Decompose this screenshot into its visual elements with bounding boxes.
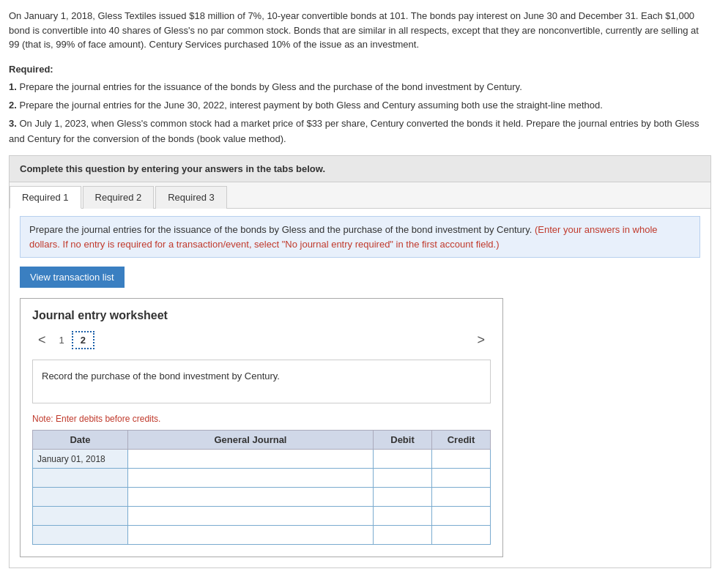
row-4-debit[interactable]	[374, 507, 432, 526]
table-row	[33, 488, 491, 507]
tabs-row: Required 1 Required 2 Required 3	[10, 182, 710, 209]
row-2-debit[interactable]	[374, 469, 432, 488]
table-row: January 01, 2018	[33, 450, 491, 469]
tabs-container: Required 1 Required 2 Required 3 Prepare…	[9, 182, 711, 568]
row-3-date	[33, 488, 128, 507]
req-text-1: Prepare the journal entries for the issu…	[19, 81, 522, 92]
complete-box: Complete this question by entering your …	[9, 155, 711, 182]
col-header-credit: Credit	[432, 431, 491, 450]
row-1-general-journal-input[interactable]	[133, 454, 368, 464]
col-header-debit: Debit	[374, 431, 432, 450]
record-instruction-text: Record the purchase of the bond investme…	[42, 371, 280, 382]
tab-required-2[interactable]: Required 2	[83, 186, 155, 209]
row-2-general-journal-input[interactable]	[133, 473, 368, 483]
req-text-2: Prepare the journal entries for the June…	[19, 100, 602, 111]
row-5-credit[interactable]	[432, 526, 491, 545]
req-text-3: On July 1, 2023, when Gless's common sto…	[9, 118, 699, 144]
row-4-date	[33, 507, 128, 526]
row-4-credit[interactable]	[432, 507, 491, 526]
row-5-debit[interactable]	[374, 526, 432, 545]
note-text: Note: Enter debits before credits.	[32, 414, 491, 424]
instruction-main-text: Prepare the journal entries for the issu…	[29, 224, 532, 235]
row-5-general-journal[interactable]	[128, 526, 374, 545]
row-3-debit[interactable]	[374, 488, 432, 507]
tab-required-1[interactable]: Required 1	[10, 186, 81, 209]
page-2[interactable]: 2	[72, 331, 94, 349]
row-3-credit[interactable]	[432, 488, 491, 507]
nav-right-arrow[interactable]: >	[471, 332, 491, 348]
table-row	[33, 469, 491, 488]
row-3-general-journal[interactable]	[128, 488, 374, 507]
row-1-debit-input[interactable]	[378, 454, 427, 464]
row-2-date	[33, 469, 128, 488]
row-4-general-journal[interactable]	[128, 507, 374, 526]
row-5-date	[33, 526, 128, 545]
row-1-debit[interactable]	[374, 450, 432, 469]
page-1[interactable]: 1	[52, 332, 72, 348]
row-1-date: January 01, 2018	[33, 450, 128, 469]
req-num-1: 1.	[9, 81, 19, 92]
view-transaction-button[interactable]: View transaction list	[20, 267, 125, 288]
req-num-2: 2.	[9, 100, 19, 111]
journal-title: Journal entry worksheet	[32, 309, 491, 322]
row-2-general-journal[interactable]	[128, 469, 374, 488]
journal-worksheet: Journal entry worksheet < 1 2 > Record t…	[20, 298, 503, 557]
row-5-debit-input[interactable]	[378, 530, 427, 540]
table-row	[33, 507, 491, 526]
tab-required-3[interactable]: Required 3	[155, 186, 227, 209]
req-num-3: 3.	[9, 118, 19, 129]
row-5-credit-input[interactable]	[437, 530, 486, 540]
tab-content-required-1: Prepare the journal entries for the issu…	[10, 209, 710, 567]
instruction-box: Prepare the journal entries for the issu…	[20, 216, 700, 258]
row-4-general-journal-input[interactable]	[133, 511, 368, 521]
record-instruction-box: Record the purchase of the bond investme…	[32, 360, 491, 403]
nav-left-arrow[interactable]: <	[32, 332, 52, 348]
row-5-general-journal-input[interactable]	[133, 530, 368, 540]
row-1-credit[interactable]	[432, 450, 491, 469]
row-3-credit-input[interactable]	[437, 492, 486, 502]
intro-paragraph: On January 1, 2018, Gless Textiles issue…	[9, 9, 711, 52]
row-4-credit-input[interactable]	[437, 511, 486, 521]
col-header-general-journal: General Journal	[128, 431, 374, 450]
col-header-date: Date	[33, 431, 128, 450]
required-label: Required:	[9, 64, 53, 75]
row-3-debit-input[interactable]	[378, 492, 427, 502]
row-3-general-journal-input[interactable]	[133, 492, 368, 502]
row-1-credit-input[interactable]	[437, 454, 486, 464]
row-2-debit-input[interactable]	[378, 473, 427, 483]
journal-table: Date General Journal Debit Credit Januar…	[32, 430, 491, 545]
row-2-credit-input[interactable]	[437, 473, 486, 483]
row-1-general-journal[interactable]	[128, 450, 374, 469]
row-2-credit[interactable]	[432, 469, 491, 488]
table-row	[33, 526, 491, 545]
nav-row: < 1 2 >	[32, 331, 491, 349]
row-4-debit-input[interactable]	[378, 511, 427, 521]
required-section: Required: 1. Prepare the journal entries…	[9, 62, 711, 147]
